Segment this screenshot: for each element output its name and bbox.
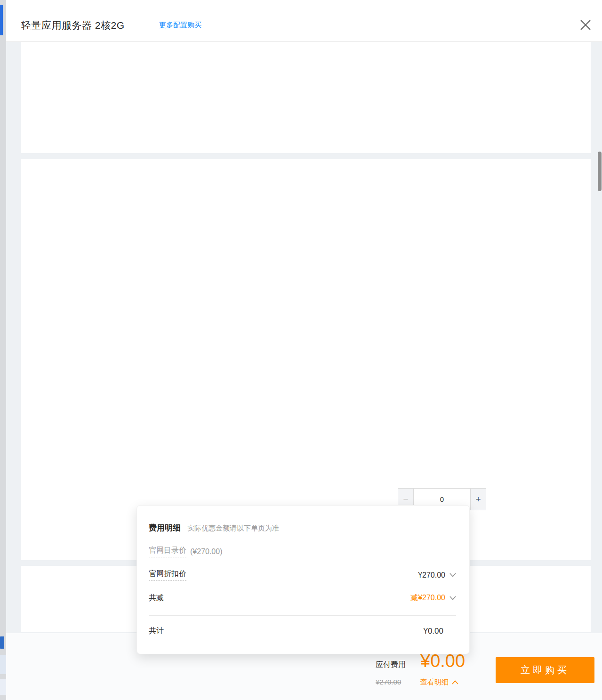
discount-price-label: 官网折扣价	[149, 569, 186, 581]
original-price-strikethrough: ¥270.00	[376, 678, 401, 686]
view-detail-link[interactable]: 查看明细	[420, 678, 458, 687]
stepper-plus-button[interactable]: +	[470, 488, 486, 510]
total-value: ¥0.00	[423, 627, 443, 636]
purchase-dialog: 12.10 8.2 34 CentOS Stream Rocky Linux	[0, 0, 602, 700]
fee-detail-popup: 费用明细 实际优惠金额请以下单页为准 官网目录价 (¥270.00) 官网折扣价…	[136, 505, 470, 654]
scrollbar-thumb[interactable]	[598, 152, 602, 191]
fee-row-discount-price: 官网折扣价 ¥270.00	[149, 569, 456, 581]
fee-row-reduction: 共减 减¥270.00	[149, 593, 456, 603]
list-price-label: 官网目录价	[149, 546, 186, 557]
total-label: 共计	[149, 626, 164, 636]
fee-row-list-price: 官网目录价 (¥270.00)	[149, 546, 456, 557]
fee-popup-title: 费用明细	[149, 523, 181, 533]
plan-section	[21, 159, 591, 560]
os-section	[21, 41, 591, 153]
discount-price-value: ¥270.00	[418, 571, 445, 579]
fee-popup-subtitle: 实际优惠金额请以下单页为准	[187, 524, 279, 533]
dialog-header: 轻量应用服务器 2核2G 更多配置购买	[6, 0, 602, 42]
reduction-value: 减¥270.00	[410, 593, 445, 603]
underlying-page-edge	[0, 0, 6, 700]
fee-divider	[149, 615, 456, 616]
chevron-up-icon	[452, 680, 458, 684]
payable-label: 应付费用	[376, 660, 406, 670]
buy-now-button[interactable]: 立即购买	[496, 657, 594, 683]
fee-row-total: 共计 ¥0.00	[149, 626, 456, 636]
dialog-title: 轻量应用服务器 2核2G	[21, 19, 125, 32]
underlying-row-band	[0, 655, 6, 674]
reduction-label: 共减	[149, 593, 164, 603]
chevron-down-icon[interactable]	[449, 573, 456, 577]
underlying-blue-bar	[0, 5, 3, 35]
underlying-row-band	[0, 679, 6, 695]
underlying-blue-fragment	[0, 636, 4, 649]
chevron-down-icon[interactable]	[449, 596, 456, 600]
more-config-link[interactable]: 更多配置购买	[159, 21, 201, 30]
list-price-value: (¥270.00)	[190, 547, 223, 556]
close-icon[interactable]	[579, 19, 592, 31]
